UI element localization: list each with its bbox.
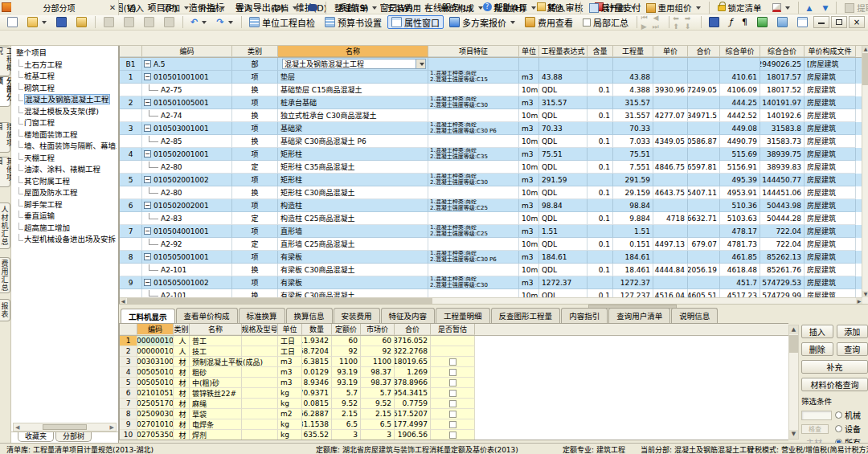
boq-col-header-2[interactable]: 类别 [232,46,278,57]
other-dropdown[interactable]: 其他 [542,2,577,14]
resource-col-header-7[interactable]: 定额价 [332,324,361,335]
batch-convert-dropdown[interactable]: 批量换算 [489,2,541,14]
tree-item-12[interactable]: 屋面及防水工程 [13,187,117,199]
collapse-icon[interactable]: − [144,60,151,67]
tree-item-13[interactable]: 脚手架工程 [13,199,117,211]
cut-button[interactable] [100,15,118,29]
resource-row[interactable]: 84025090300材草袋m22566.28872.152.155517.52… [120,409,788,419]
table-button[interactable] [793,15,812,29]
scroll-up-icon[interactable]: ▲ [862,46,868,52]
resource-col-header-10[interactable]: 是否暂估 [431,324,475,335]
tree-panel-close-icon[interactable]: ✕ [107,3,118,12]
tree-item-11[interactable]: 其它附属工程 [13,176,117,188]
copy-button[interactable] [120,15,138,29]
boq-row[interactable]: 2−010501005001项桩承台基础1.混凝土种类:商砼2.混凝土强度等级:… [120,96,868,109]
budget-settings-button[interactable]: 预算书设置 [321,15,386,29]
boq-row[interactable]: 1−010501001001项垫层1.混凝土种类:商砼2.混凝土强度等级:C15… [120,71,868,84]
provisional-checkbox[interactable] [449,369,457,376]
side-tab-1[interactable]: 工程概况 [0,47,10,76]
tree-item-1[interactable]: 土石方工程 [13,59,117,72]
resource-col-header-1[interactable]: 编码 [137,324,174,335]
provisional-checkbox[interactable] [449,379,457,387]
tree-item-5[interactable]: 混凝土模板及支架(撑) [13,106,117,118]
scroll-thumb[interactable] [862,53,868,85]
scroll-left-icon[interactable]: ◀ [15,424,19,431]
equipment-radio[interactable] [835,425,842,432]
model-button[interactable] [753,15,772,29]
tree-item-10[interactable]: 油漆、涂料、裱糊工程 [13,164,117,176]
unit-project-check-button[interactable]: 单位工程自检 [245,15,319,29]
boq-col-header-11[interactable]: 综合单价 [720,46,760,57]
delete-resource-button[interactable]: 删除 [801,342,833,356]
name-combobox[interactable]: 混凝土及钢筋混凝土工程 [282,59,426,69]
unit-price-composition-dropdown[interactable]: 单价构成 [436,2,488,14]
resource-row[interactable]: 21000000100人技工工日3068.72049292282322.2768 [120,346,788,357]
supplement-dropdown[interactable]: 补充 [194,2,230,14]
tree-item-3[interactable]: 砌筑工程 [13,83,117,95]
collapse-icon[interactable]: − [144,279,151,286]
tree-item-0[interactable]: 整个项目 [13,47,117,59]
resource-row[interactable]: 74025051700材麻绳kg0.08159.529.520.7759 [120,399,788,409]
restore-button[interactable] [831,16,847,28]
organize-list-dropdown[interactable]: 整理清单 [330,2,382,14]
boq-vertical-scrollbar[interactable]: ▲▼ [862,46,868,304]
add-resource-button[interactable]: 添加 [837,325,868,338]
side-tab-7[interactable]: 报表 [0,299,10,321]
boq-col-header-4[interactable]: 项目特征 [428,46,519,57]
resource-col-header-4[interactable]: 规格及型号 [242,324,278,335]
boq-col-header-12[interactable]: 综合合价 [760,46,805,57]
resource-row[interactable]: 11000000100人普工工日1811.93426060108716.052 [120,336,788,346]
machine-radio[interactable] [835,411,842,419]
formula-button[interactable]: ƒ [725,15,736,29]
boq-row[interactable]: A2-80定矩形柱 C35商品混凝土10m3QDL0.17.5514846.75… [120,161,868,174]
resource-col-header-5[interactable]: 单位 [278,324,302,335]
provisional-checkbox[interactable] [449,421,457,428]
minimize-button[interactable] [813,16,829,28]
resource-col-header-9[interactable]: 合价 [395,324,431,335]
resource-row[interactable]: 44005050100材粗砂m30.012993.1998.371.269 [120,367,788,378]
resource-row[interactable]: 54005050100材中(粗)砂m38.934693.1998.37878.8… [120,378,788,388]
collapse-icon[interactable]: − [144,253,151,260]
provisional-checkbox[interactable] [449,400,457,407]
open-file-button[interactable] [23,15,51,29]
scroll-thumb[interactable] [43,424,87,430]
add-dropdown[interactable]: 添加 [158,2,194,14]
detail-tab-1[interactable]: 查看单价构成 [176,308,238,323]
query-dropdown[interactable]: 查询 [231,2,266,14]
save-button[interactable] [52,15,71,29]
tree-item-8[interactable]: 墙、柱面装饰与隔断、幕墙工程 [13,141,117,153]
side-tab-6[interactable]: 费用汇总 [0,257,10,293]
boq-row[interactable]: 9−010505001002项有梁板1.混凝土种类:商砼2.混凝土强度等级:C3… [120,276,868,289]
move-up-button[interactable]: ▲ [802,2,817,14]
undo-button[interactable]: ↶ [186,15,211,29]
boq-col-header-9[interactable]: 单价 [653,46,688,57]
detail-tab-2[interactable]: 标准换算 [239,308,285,323]
detail-tab-7[interactable]: 反查图形工程量 [491,308,561,323]
boq-col-header-0[interactable] [120,46,142,57]
resource-col-header-0[interactable] [120,324,137,335]
scroll-thumb[interactable] [127,298,432,304]
record-nav-buttons[interactable]: ⏮ ◀ ▶ ⏭ [641,14,665,31]
resource-col-header-8[interactable]: 市场价 [361,324,395,335]
boq-col-header-5[interactable]: 单位 [519,46,539,57]
side-tab-5[interactable]: 人材机汇总 [0,202,10,249]
insert-resource-button[interactable]: 插入 [801,325,833,338]
scroll-down-icon[interactable]: ▼ [789,430,798,439]
collapse-icon[interactable]: − [144,99,151,106]
archive-dropdown[interactable]: 存档 [267,2,302,14]
tree-item-16[interactable]: 大型机械设备进出场及安拆 [13,234,117,246]
tree-item-7[interactable]: 楼地面装饰工程 [13,129,117,141]
detail-tab-5[interactable]: 特征及内容 [381,308,436,323]
side-tab-4[interactable]: 其他项目 [0,157,10,187]
redo-button[interactable]: ↷ [212,15,236,29]
notes-button[interactable] [705,15,723,29]
pen-dropdown[interactable] [768,2,795,14]
detail-tab-10[interactable]: 说明信息 [671,308,718,323]
property-window-button[interactable]: 属性窗口 [387,15,444,29]
resource-col-header-3[interactable]: 名称 [190,324,242,335]
insert-dropdown[interactable]: 插入 [122,2,158,14]
boq-row[interactable]: A2-92定直形墙 C25商品混凝土10m3QDL0.10.1514497.13… [120,238,868,251]
scroll-left-icon[interactable]: ◀ [120,298,126,304]
resource-row[interactable]: 34003031000材预制混凝土平板(成品)m316.381511001100… [120,357,788,367]
provisional-checkbox[interactable] [449,390,457,397]
